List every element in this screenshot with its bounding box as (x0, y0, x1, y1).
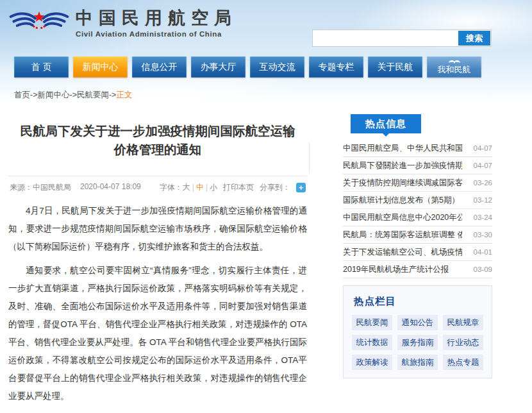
hot-info-item[interactable]: 民航局：统筹国际客运航班调整 依法防... 03-30 (343, 226, 492, 244)
article-meta-right: 字体：大|中|小 打印本页 分享到： + (160, 182, 306, 193)
search-bar: 搜索 (312, 30, 492, 47)
hot-info-item-date: 03-09 (474, 266, 492, 273)
nav-tab[interactable]: 办事大厅 (191, 56, 245, 78)
main-nav: 首 页 新闻中心 信息公开 (14, 56, 481, 78)
search-button[interactable]: 搜索 (458, 31, 490, 46)
site-logo[interactable]: 中国民用航空局 Civil Aviation Administration of… (9, 7, 237, 39)
hot-info-item[interactable]: 关于疫情防控期间继续调减国际客运航班... 03-26 (343, 174, 492, 192)
search-input[interactable] (313, 30, 458, 46)
nav-tab[interactable]: 首 页 (14, 56, 69, 78)
nav-tab-label: 互动交流 (260, 62, 295, 73)
sidebar: 热点信息 中国民用航空局、中华人民共和国海关总... 04-07 民航局下發關於… (343, 114, 492, 378)
hot-columns-title: 热点栏目 (354, 295, 483, 308)
hot-info-item[interactable]: 民航局下發關於進一步加強疫情期間國際... 04-07 (343, 157, 492, 174)
hot-column-link[interactable]: 航旅指南 (397, 355, 438, 370)
hot-info-item-title: 中国民用航空局信息中心2020年公开... (343, 212, 462, 223)
share-label: 分享到： (260, 182, 290, 193)
nav-tab[interactable]: 我和民航 (427, 56, 481, 78)
hot-info-item-title: 关于疫情防控期间继续调减国际客运航班... (343, 178, 462, 189)
hot-info-item[interactable]: 国际航班计划信息发布（第5期） 03-12 (343, 192, 492, 209)
nav-tab-label: 新闻中心 (83, 62, 119, 73)
hot-info-item-date: 03-30 (474, 231, 492, 239)
hot-info-item-date: 04-07 (474, 162, 492, 169)
nav-tab[interactable]: 新闻中心 (73, 56, 128, 78)
caac-wings-star-logo-icon (9, 7, 69, 39)
hot-column-link[interactable]: 统计数据 (352, 335, 392, 350)
hot-column-link[interactable]: 行业动态 (443, 335, 483, 350)
hot-column-link[interactable]: 热点专题 (443, 355, 483, 370)
hot-info-item-date: 04-07 (474, 144, 492, 152)
breadcrumb-trail[interactable]: 首页->新闻中心->民航要闻-> (14, 90, 116, 99)
hot-column-link[interactable]: 服务指南 (397, 335, 438, 350)
nav-tab[interactable]: 关于民航 (368, 56, 422, 78)
breadcrumb-current: 正文 (116, 90, 132, 99)
hot-info-item-title: 民航局下發關於進一步加強疫情期間國際... (343, 160, 462, 171)
nav-tab-label: 信息公开 (142, 62, 178, 73)
hot-column-link[interactable]: 民航要闻 (352, 315, 392, 330)
hot-info-item[interactable]: 关于下发运输航空公司、机场疫情防控技... 04-01 (343, 244, 492, 261)
font-size-pipe: | (192, 183, 194, 192)
hot-info-header: 热点信息 (351, 114, 421, 133)
nav-tab-label: 首 页 (31, 62, 52, 73)
article-paragraph: 通知要求，航空公司要牢固树立“真情服务”理念，切实履行主体责任，进一步扩大直销渠… (8, 262, 307, 405)
hot-info-item[interactable]: 中国民用航空局、中华人民共和国海关总... 04-07 (343, 140, 492, 157)
source-text: 来源：中国民航局 (10, 182, 71, 193)
nav-tab-label: 办事大厅 (201, 62, 237, 73)
hot-info-item-title: 关于下发运输航空公司、机场疫情防控技... (343, 247, 462, 258)
share-plus-icon[interactable]: + (296, 183, 306, 192)
hot-column-link[interactable]: 通知公告 (397, 315, 438, 330)
site-name-en: Civil Aviation Administration of China (76, 30, 237, 38)
breadcrumb: 首页->新闻中心->民航要闻->正文 (14, 90, 132, 101)
article-body: 4月7日，民航局下发关于进一步加强疫情期间国际航空运输价格管理的通知，要求进一步… (8, 202, 307, 413)
hot-columns-grid: 民航要闻 通知公告 民航规章 统计数据 服务指南 行业动态 政策解读 航旅指南 … (352, 315, 483, 370)
article-paragraph: 4月7日，民航局下发关于进一步加强疫情期间国际航空运输价格管理的通知，要求进一步… (8, 202, 307, 256)
hot-info-item-title: 国际航班计划信息发布（第5期） (343, 195, 460, 206)
font-size-small[interactable]: 小 (210, 183, 217, 192)
hot-info-item-date: 03-24 (474, 214, 492, 221)
nav-tab-label: 我和民航 (438, 64, 471, 76)
nav-tab-label: 专题专栏 (319, 62, 354, 73)
font-size-medium[interactable]: 中 (196, 183, 204, 192)
nav-tab-label: 关于民航 (378, 62, 413, 73)
site-name-cn: 中国民用航空局 (76, 8, 237, 28)
nav-tab[interactable]: 专题专栏 (309, 56, 363, 78)
site-name-block: 中国民用航空局 Civil Aviation Administration of… (76, 8, 237, 38)
font-size-controls: 字体：大|中|小 (160, 182, 217, 193)
hot-info-item-title: 中国民用航空局、中华人民共和国海关总... (343, 143, 462, 154)
nav-tab[interactable]: 互动交流 (250, 56, 304, 78)
hot-info-item[interactable]: 2019年民航机场生产统计公报 03-09 (343, 261, 492, 278)
article-panel: 民航局下发关于进一步加强疫情期间国际航空运输价格管理的通知 来源：中国民航局 2… (8, 103, 307, 413)
print-page-button[interactable]: 打印本页 (223, 182, 254, 193)
article-sidebar-divider (309, 142, 310, 173)
hot-info-item-title: 2019年民航机场生产统计公报 (343, 264, 449, 275)
hot-column-link[interactable]: 民航规章 (443, 315, 483, 330)
hot-info-item-title: 民航局：统筹国际客运航班调整 依法防... (343, 230, 462, 240)
font-size-large[interactable]: 大 (183, 183, 190, 192)
font-size-pipe: | (206, 183, 208, 192)
nav-tab[interactable]: 信息公开 (132, 56, 187, 78)
publish-datetime: 2020-04-07 18:09 (80, 182, 141, 193)
wings-icon (448, 58, 461, 63)
hot-info-item-date: 04-01 (474, 248, 492, 256)
article-title: 民航局下发关于进一步加强疫情期间国际航空运输价格管理的通知 (8, 111, 307, 167)
hot-info-item-date: 03-12 (474, 196, 492, 204)
article-meta-left: 来源：中国民航局 2020-04-07 18:09 (10, 182, 141, 193)
hot-info-item[interactable]: 中国民用航空局信息中心2020年公开... 03-24 (343, 209, 492, 226)
hot-info-list: 中国民用航空局、中华人民共和国海关总... 04-07 民航局下發關於進一步加強… (343, 140, 492, 278)
article-meta: 来源：中国民航局 2020-04-07 18:09 字体：大|中|小 打印本页 … (8, 176, 307, 198)
hot-column-link[interactable]: 政策解读 (352, 355, 392, 370)
font-size-label: 字体： (160, 183, 183, 192)
hot-columns-panel: 热点栏目 民航要闻 通知公告 民航规章 统计数据 服务指南 行业动态 政策解读 … (343, 285, 492, 378)
hot-info-item-date: 03-26 (474, 179, 492, 187)
